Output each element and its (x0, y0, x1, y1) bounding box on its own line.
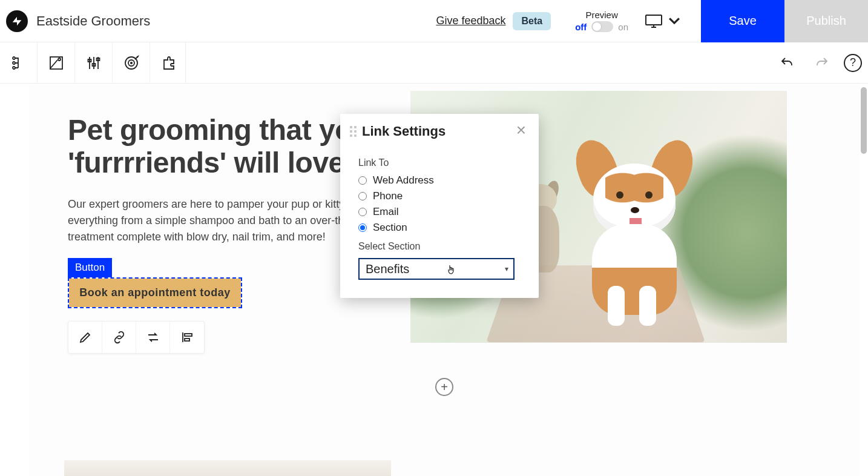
svg-rect-0 (646, 15, 662, 25)
radio-web-address[interactable]: Web Address (358, 174, 521, 187)
preview-on-label: on (618, 22, 628, 32)
desktop-icon (645, 15, 662, 28)
svg-point-2 (13, 62, 15, 64)
link-settings-popup: Link Settings × Link To Web Address Phon… (340, 114, 539, 298)
integrations-tool[interactable] (150, 42, 188, 84)
preview-off-label: off (575, 22, 587, 32)
next-section-peek (64, 460, 391, 476)
svg-rect-13 (185, 339, 189, 341)
target-tool[interactable] (113, 42, 150, 84)
radio-section[interactable]: Section (358, 222, 521, 234)
edit-button[interactable] (68, 322, 102, 353)
svg-point-5 (58, 58, 61, 61)
svg-rect-12 (185, 334, 192, 336)
beta-badge: Beta (513, 12, 551, 30)
cursor-pointer-icon (447, 264, 455, 275)
radio-label: Web Address (373, 174, 434, 187)
select-section-label: Select Section (358, 241, 521, 252)
radio-input[interactable] (358, 176, 367, 185)
selection-tag: Button (68, 258, 112, 277)
close-button[interactable]: × (513, 124, 529, 139)
dog-primary (568, 139, 701, 321)
save-button[interactable]: Save (701, 0, 784, 42)
svg-point-1 (13, 57, 15, 59)
style-tool[interactable] (38, 42, 75, 84)
help-label: ? (850, 56, 856, 69)
radio-input[interactable] (358, 208, 367, 216)
structure-tool[interactable] (0, 42, 38, 84)
element-toolbar (68, 321, 205, 354)
app-logo[interactable] (6, 10, 28, 32)
link-button[interactable] (102, 322, 136, 353)
add-section-button[interactable]: + (435, 378, 453, 396)
give-feedback-link[interactable]: Give feedback (436, 15, 505, 27)
preview-toggle[interactable] (591, 21, 613, 32)
align-button[interactable] (170, 322, 204, 353)
radio-email[interactable]: Email (358, 206, 521, 218)
topbar: Eastside Groomers Give feedback Beta Pre… (0, 0, 868, 42)
radio-input[interactable] (358, 192, 367, 200)
scrollbar-thumb[interactable] (861, 87, 867, 154)
radio-label: Phone (373, 190, 403, 202)
chevron-down-icon: ▾ (505, 265, 508, 273)
help-button[interactable]: ? (844, 54, 862, 72)
cta-button[interactable]: Book an appointment today (69, 279, 241, 307)
undo-button[interactable] (774, 50, 800, 76)
page-title: Eastside Groomers (36, 13, 150, 29)
preview-control: Preview off on (575, 10, 628, 32)
drag-handle-icon[interactable] (350, 126, 357, 137)
publish-button: Publish (784, 0, 868, 42)
section-select[interactable]: Benefits ▾ (358, 258, 515, 280)
radio-phone[interactable]: Phone (358, 190, 521, 202)
selection-outline: Book an appointment today (68, 277, 242, 308)
preview-label: Preview (585, 10, 617, 20)
svg-point-3 (13, 67, 15, 69)
toolrow: ? (0, 42, 868, 84)
chevron-down-icon (666, 15, 683, 28)
radio-label: Email (373, 206, 399, 218)
radio-input[interactable] (358, 223, 367, 232)
selected-element: Button Book an appointment today (68, 258, 242, 308)
svg-point-11 (130, 62, 131, 63)
section-select-value: Benefits (366, 262, 409, 276)
redo-button (809, 50, 835, 76)
popup-title: Link Settings (362, 124, 446, 139)
link-to-label: Link To (358, 157, 521, 168)
radio-label: Section (373, 222, 407, 234)
sliders-tool[interactable] (75, 42, 113, 84)
device-selector[interactable] (645, 15, 683, 28)
swap-button[interactable] (136, 322, 170, 353)
